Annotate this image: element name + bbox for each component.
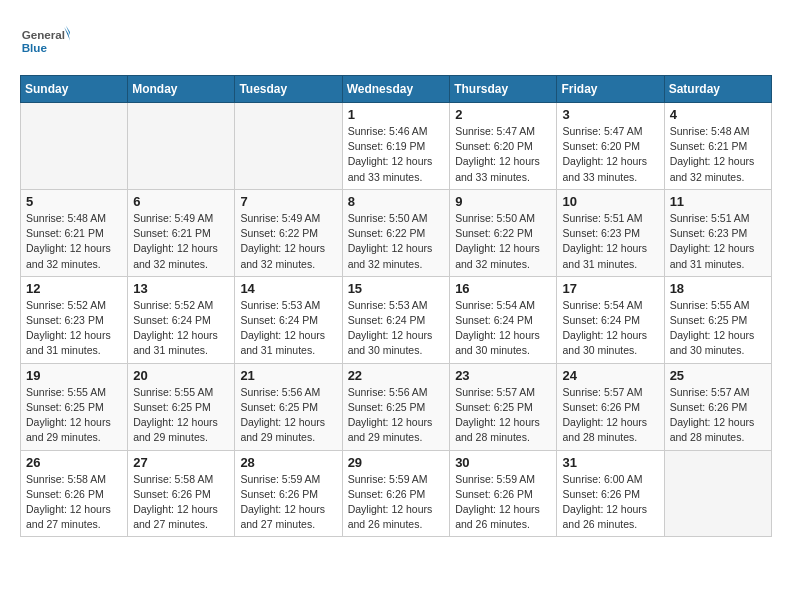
logo: General Blue (20, 20, 70, 65)
day-number: 12 (26, 281, 122, 296)
calendar-cell: 13Sunrise: 5:52 AM Sunset: 6:24 PM Dayli… (128, 276, 235, 363)
calendar-week-row: 5Sunrise: 5:48 AM Sunset: 6:21 PM Daylig… (21, 189, 772, 276)
day-number: 8 (348, 194, 445, 209)
day-info: Sunrise: 6:00 AM Sunset: 6:26 PM Dayligh… (562, 472, 658, 533)
day-header-sunday: Sunday (21, 76, 128, 103)
day-number: 13 (133, 281, 229, 296)
calendar-cell: 29Sunrise: 5:59 AM Sunset: 6:26 PM Dayli… (342, 450, 450, 537)
day-number: 6 (133, 194, 229, 209)
day-info: Sunrise: 5:54 AM Sunset: 6:24 PM Dayligh… (562, 298, 658, 359)
calendar-cell: 22Sunrise: 5:56 AM Sunset: 6:25 PM Dayli… (342, 363, 450, 450)
day-number: 5 (26, 194, 122, 209)
day-info: Sunrise: 5:47 AM Sunset: 6:20 PM Dayligh… (455, 124, 551, 185)
day-number: 2 (455, 107, 551, 122)
day-info: Sunrise: 5:48 AM Sunset: 6:21 PM Dayligh… (670, 124, 766, 185)
calendar-cell: 30Sunrise: 5:59 AM Sunset: 6:26 PM Dayli… (450, 450, 557, 537)
day-info: Sunrise: 5:52 AM Sunset: 6:24 PM Dayligh… (133, 298, 229, 359)
svg-text:General: General (22, 28, 65, 41)
calendar-cell: 31Sunrise: 6:00 AM Sunset: 6:26 PM Dayli… (557, 450, 664, 537)
day-number: 3 (562, 107, 658, 122)
calendar-cell: 12Sunrise: 5:52 AM Sunset: 6:23 PM Dayli… (21, 276, 128, 363)
day-info: Sunrise: 5:58 AM Sunset: 6:26 PM Dayligh… (26, 472, 122, 533)
calendar-cell: 4Sunrise: 5:48 AM Sunset: 6:21 PM Daylig… (664, 103, 771, 190)
day-number: 31 (562, 455, 658, 470)
day-info: Sunrise: 5:51 AM Sunset: 6:23 PM Dayligh… (670, 211, 766, 272)
day-info: Sunrise: 5:53 AM Sunset: 6:24 PM Dayligh… (348, 298, 445, 359)
calendar-table: SundayMondayTuesdayWednesdayThursdayFrid… (20, 75, 772, 537)
page-header: General Blue (20, 20, 772, 65)
day-number: 23 (455, 368, 551, 383)
day-info: Sunrise: 5:59 AM Sunset: 6:26 PM Dayligh… (240, 472, 336, 533)
day-number: 29 (348, 455, 445, 470)
day-number: 7 (240, 194, 336, 209)
day-info: Sunrise: 5:55 AM Sunset: 6:25 PM Dayligh… (670, 298, 766, 359)
calendar-week-row: 12Sunrise: 5:52 AM Sunset: 6:23 PM Dayli… (21, 276, 772, 363)
day-number: 14 (240, 281, 336, 296)
day-info: Sunrise: 5:59 AM Sunset: 6:26 PM Dayligh… (348, 472, 445, 533)
day-header-wednesday: Wednesday (342, 76, 450, 103)
calendar-cell: 1Sunrise: 5:46 AM Sunset: 6:19 PM Daylig… (342, 103, 450, 190)
calendar-cell: 19Sunrise: 5:55 AM Sunset: 6:25 PM Dayli… (21, 363, 128, 450)
day-info: Sunrise: 5:57 AM Sunset: 6:26 PM Dayligh… (670, 385, 766, 446)
calendar-cell: 23Sunrise: 5:57 AM Sunset: 6:25 PM Dayli… (450, 363, 557, 450)
svg-text:Blue: Blue (22, 41, 48, 54)
calendar-cell: 26Sunrise: 5:58 AM Sunset: 6:26 PM Dayli… (21, 450, 128, 537)
day-header-friday: Friday (557, 76, 664, 103)
day-info: Sunrise: 5:55 AM Sunset: 6:25 PM Dayligh… (133, 385, 229, 446)
day-header-saturday: Saturday (664, 76, 771, 103)
calendar-cell: 9Sunrise: 5:50 AM Sunset: 6:22 PM Daylig… (450, 189, 557, 276)
day-info: Sunrise: 5:53 AM Sunset: 6:24 PM Dayligh… (240, 298, 336, 359)
day-header-monday: Monday (128, 76, 235, 103)
calendar-cell: 7Sunrise: 5:49 AM Sunset: 6:22 PM Daylig… (235, 189, 342, 276)
day-number: 9 (455, 194, 551, 209)
calendar-cell: 8Sunrise: 5:50 AM Sunset: 6:22 PM Daylig… (342, 189, 450, 276)
day-number: 11 (670, 194, 766, 209)
day-info: Sunrise: 5:56 AM Sunset: 6:25 PM Dayligh… (240, 385, 336, 446)
calendar-cell: 15Sunrise: 5:53 AM Sunset: 6:24 PM Dayli… (342, 276, 450, 363)
day-info: Sunrise: 5:49 AM Sunset: 6:21 PM Dayligh… (133, 211, 229, 272)
calendar-week-row: 1Sunrise: 5:46 AM Sunset: 6:19 PM Daylig… (21, 103, 772, 190)
day-number: 4 (670, 107, 766, 122)
day-info: Sunrise: 5:58 AM Sunset: 6:26 PM Dayligh… (133, 472, 229, 533)
calendar-cell: 20Sunrise: 5:55 AM Sunset: 6:25 PM Dayli… (128, 363, 235, 450)
calendar-cell: 16Sunrise: 5:54 AM Sunset: 6:24 PM Dayli… (450, 276, 557, 363)
day-info: Sunrise: 5:48 AM Sunset: 6:21 PM Dayligh… (26, 211, 122, 272)
day-header-tuesday: Tuesday (235, 76, 342, 103)
calendar-week-row: 26Sunrise: 5:58 AM Sunset: 6:26 PM Dayli… (21, 450, 772, 537)
calendar-cell: 28Sunrise: 5:59 AM Sunset: 6:26 PM Dayli… (235, 450, 342, 537)
calendar-cell: 25Sunrise: 5:57 AM Sunset: 6:26 PM Dayli… (664, 363, 771, 450)
day-info: Sunrise: 5:52 AM Sunset: 6:23 PM Dayligh… (26, 298, 122, 359)
day-number: 28 (240, 455, 336, 470)
calendar-cell (664, 450, 771, 537)
day-number: 16 (455, 281, 551, 296)
day-number: 25 (670, 368, 766, 383)
calendar-cell: 10Sunrise: 5:51 AM Sunset: 6:23 PM Dayli… (557, 189, 664, 276)
day-number: 22 (348, 368, 445, 383)
day-info: Sunrise: 5:50 AM Sunset: 6:22 PM Dayligh… (348, 211, 445, 272)
calendar-cell (21, 103, 128, 190)
day-number: 18 (670, 281, 766, 296)
calendar-cell: 11Sunrise: 5:51 AM Sunset: 6:23 PM Dayli… (664, 189, 771, 276)
day-info: Sunrise: 5:46 AM Sunset: 6:19 PM Dayligh… (348, 124, 445, 185)
day-number: 10 (562, 194, 658, 209)
day-number: 26 (26, 455, 122, 470)
day-number: 30 (455, 455, 551, 470)
day-number: 19 (26, 368, 122, 383)
day-number: 15 (348, 281, 445, 296)
calendar-cell: 14Sunrise: 5:53 AM Sunset: 6:24 PM Dayli… (235, 276, 342, 363)
calendar-cell: 24Sunrise: 5:57 AM Sunset: 6:26 PM Dayli… (557, 363, 664, 450)
day-header-thursday: Thursday (450, 76, 557, 103)
day-number: 1 (348, 107, 445, 122)
day-info: Sunrise: 5:59 AM Sunset: 6:26 PM Dayligh… (455, 472, 551, 533)
calendar-cell: 5Sunrise: 5:48 AM Sunset: 6:21 PM Daylig… (21, 189, 128, 276)
day-number: 21 (240, 368, 336, 383)
day-info: Sunrise: 5:56 AM Sunset: 6:25 PM Dayligh… (348, 385, 445, 446)
calendar-week-row: 19Sunrise: 5:55 AM Sunset: 6:25 PM Dayli… (21, 363, 772, 450)
calendar-cell: 21Sunrise: 5:56 AM Sunset: 6:25 PM Dayli… (235, 363, 342, 450)
calendar-cell (128, 103, 235, 190)
day-number: 27 (133, 455, 229, 470)
calendar-cell: 18Sunrise: 5:55 AM Sunset: 6:25 PM Dayli… (664, 276, 771, 363)
calendar-cell: 27Sunrise: 5:58 AM Sunset: 6:26 PM Dayli… (128, 450, 235, 537)
calendar-cell (235, 103, 342, 190)
calendar-cell: 2Sunrise: 5:47 AM Sunset: 6:20 PM Daylig… (450, 103, 557, 190)
